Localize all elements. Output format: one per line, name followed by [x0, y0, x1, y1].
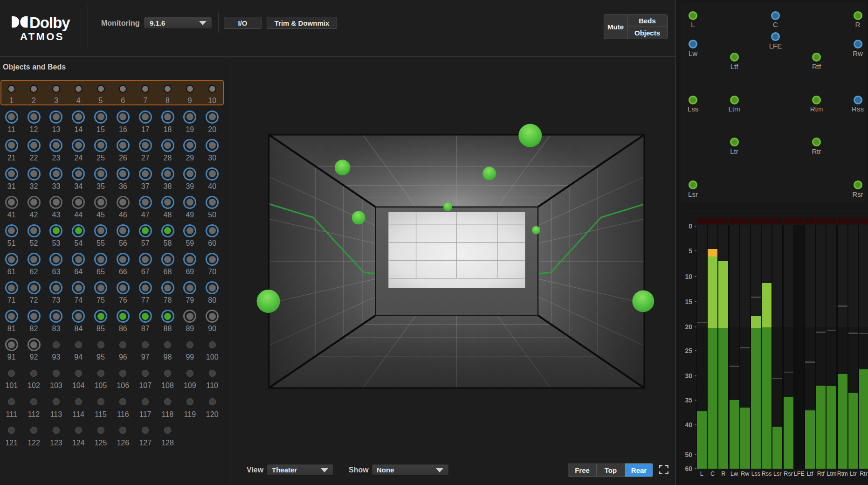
svg-text:ATMOS: ATMOS — [20, 31, 64, 42]
svg-text:Dolby: Dolby — [29, 16, 70, 31]
